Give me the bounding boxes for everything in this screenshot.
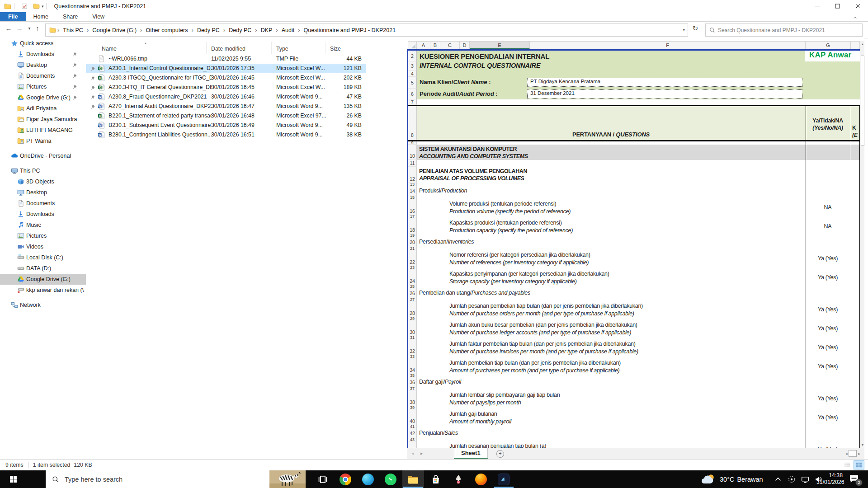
taskbar-app-task-view[interactable] — [312, 470, 334, 488]
sidebar-item-label: Documents — [26, 70, 55, 81]
scroll-up-icon[interactable]: ▲ — [860, 42, 864, 46]
thumbnail-view-button[interactable] — [854, 460, 864, 469]
breadcrumb-item-dedy-pc[interactable]: Dedy PC — [194, 27, 222, 33]
sidebar-item-pictures[interactable]: Pictures — [0, 230, 86, 241]
tab-view[interactable]: View — [85, 12, 112, 21]
refresh-icon[interactable]: ↻ — [690, 24, 701, 35]
preview-horizontal-scrollbar[interactable]: ◂ ▸ — [844, 450, 862, 457]
sidebar-item-data-d[interactable]: DATA (D:) — [0, 263, 86, 274]
up-icon[interactable]: ↑ — [33, 24, 42, 32]
sidebar-item-pictures[interactable]: Pictures — [0, 81, 86, 92]
scrollbar-thumb[interactable] — [849, 450, 857, 457]
add-sheet-icon[interactable]: + — [496, 450, 504, 458]
file-row[interactable]: WA230.8_Fraud Questionnaire_DKP202130/01… — [86, 92, 366, 102]
sidebar-item-network[interactable]: Network — [0, 300, 86, 310]
scroll-left-icon[interactable]: ◂ — [845, 451, 848, 456]
file-row[interactable]: XA230.1_Internal Control Questionnaire_D… — [86, 64, 366, 73]
sidebar-item-google-drive-g[interactable]: Google Drive (G:) — [0, 92, 86, 103]
qat-customize-caret-icon[interactable]: ▾ — [42, 4, 44, 9]
scrollbar-thumb[interactable] — [861, 56, 864, 146]
breadcrumb-item-audit[interactable]: Audit — [279, 27, 297, 33]
row-number: 30 — [408, 320, 417, 336]
sidebar-item-videos[interactable]: Videos — [0, 241, 86, 252]
column-header-name[interactable]: ▴Name — [86, 42, 207, 54]
sidebar-item-google-drive-g[interactable]: Google Drive (G:) — [0, 274, 86, 285]
file-row[interactable]: XB220.1_Statement of related party trans… — [86, 111, 366, 121]
chevron-up-icon[interactable] — [774, 475, 782, 483]
forward-icon[interactable]: → — [14, 24, 24, 32]
taskbar-search-box[interactable]: Type here to search — [46, 470, 306, 488]
sidebar-item-kkp-anwar-dan-rekan-1[interactable]: kkp anwar dan rekan (\\1 — [0, 285, 86, 296]
sidebar-item-music[interactable]: Music — [0, 220, 86, 230]
weather-widget[interactable]: 30°C Berawan — [701, 470, 763, 488]
file-row[interactable]: WB230.1_Subsequent Event Questionnaire_.… — [86, 121, 366, 130]
network-icon[interactable] — [801, 475, 809, 483]
details-view-button[interactable] — [842, 460, 853, 469]
back-icon[interactable]: ← — [4, 24, 14, 32]
tab-home[interactable]: Home — [26, 12, 56, 21]
column-header-date-modified[interactable]: Date modified — [207, 42, 272, 54]
column-header-size[interactable]: Size — [326, 42, 366, 54]
start-button[interactable] — [0, 470, 26, 488]
sidebar-item-this-pc[interactable]: This PC — [0, 165, 86, 176]
column-header-type[interactable]: Type — [272, 42, 326, 54]
taskbar-app-media-app[interactable] — [448, 470, 469, 488]
breadcrumb-item-dkp[interactable]: DKP — [258, 27, 275, 33]
ribbon-collapse-icon[interactable] — [853, 14, 857, 22]
tab-share[interactable]: Share — [56, 12, 85, 21]
sidebar-item-documents[interactable]: Documents — [0, 70, 86, 81]
sheet-prev-icon[interactable]: ◂ — [411, 450, 414, 456]
file-row[interactable]: XA230.3-ITQ_IT General Questionnaire_DK.… — [86, 83, 366, 92]
sidebar-item-downloads[interactable]: Downloads — [0, 209, 86, 220]
breadcrumb-item-questionnaire-and-pmpj-dkp2021[interactable]: Questionnaire and PMPJ - DKP2021 — [301, 27, 399, 33]
sidebar-item-desktop[interactable]: Desktop — [0, 187, 86, 198]
qat-properties-icon[interactable] — [20, 2, 28, 10]
file-row[interactable]: ~WRL0066.tmp11/02/2025 9:55TMP File44 KB — [86, 54, 366, 64]
scroll-down-icon[interactable]: ▼ — [860, 443, 864, 446]
action-center-icon[interactable]: 2 — [849, 474, 861, 485]
sidebar-item-adi-priyatna[interactable]: Adi Priyatna — [0, 103, 86, 114]
file-row[interactable]: WB280.1_Contingent Liabilities Questionn… — [86, 130, 366, 140]
sidebar-item-luthfi-magang[interactable]: LUTHFI MAGANG — [0, 125, 86, 136]
taskbar-clock[interactable]: 14:38 31/01/2026 — [816, 472, 843, 486]
sidebar-item-label: Music — [26, 220, 41, 230]
sidebar-item-label: OneDrive - Personal — [20, 150, 71, 161]
zebra-image[interactable] — [269, 470, 306, 488]
minimize-button[interactable] — [807, 0, 827, 12]
taskbar-app-file-explorer[interactable] — [402, 470, 424, 488]
file-row[interactable]: XA230.3-ITGCQ_Questionnaire for ITGC_DK.… — [86, 73, 366, 83]
sidebar-item-local-disk-c[interactable]: Local Disk (C:) — [0, 252, 86, 263]
file-row[interactable]: WA270_Internal Audit Questionnaire_DKP2.… — [86, 102, 366, 111]
preview-vertical-scrollbar[interactable]: ▲ ▼ — [860, 41, 864, 448]
taskbar-app-edge[interactable] — [357, 470, 379, 488]
tab-file[interactable]: File — [0, 12, 26, 21]
breadcrumb-item-dedy-pc[interactable]: Dedy PC — [226, 27, 254, 33]
address-dropdown-icon[interactable]: ▾ — [683, 28, 685, 32]
sheet-next-icon[interactable]: ▸ — [420, 450, 423, 456]
qat-new-folder-icon[interactable] — [32, 2, 40, 10]
file-excel-icon: X — [98, 65, 105, 72]
breadcrumb-item-this-pc[interactable]: This PC — [60, 27, 85, 33]
taskbar-app-design-app[interactable] — [493, 470, 514, 488]
sidebar-item-figar-jaya-samudra[interactable]: Figar Jaya Samudra — [0, 114, 86, 125]
taskbar-app-whatsapp[interactable] — [380, 470, 401, 488]
taskbar-app-microsoft-store[interactable] — [425, 470, 447, 488]
breadcrumb-item-google-drive-g[interactable]: Google Drive (G:) — [90, 27, 139, 33]
close-button[interactable] — [848, 0, 868, 12]
taskbar-app-chrome[interactable] — [335, 470, 356, 488]
address-bar[interactable]: ›This PC›Google Drive (G:)›Other compute… — [45, 23, 688, 37]
sidebar-item-downloads[interactable]: Downloads — [0, 49, 86, 60]
scroll-right-icon[interactable]: ▸ — [858, 451, 860, 456]
sidebar-item-quick-access[interactable]: Quick access — [0, 38, 86, 49]
explorer-search-box[interactable]: Search Questionnaire and PMPJ - DKP2021 — [705, 23, 863, 37]
sidebar-item-pt-warna[interactable]: PT Warna — [0, 136, 86, 146]
breadcrumb-item-other-computers[interactable]: Other computers — [143, 27, 190, 33]
sidebar-item-documents[interactable]: Documents — [0, 198, 86, 209]
sidebar-item-3d-objects[interactable]: 3D Objects — [0, 176, 86, 187]
sidebar-item-desktop[interactable]: Desktop — [0, 60, 86, 70]
taskbar-app-firefox[interactable] — [470, 470, 492, 488]
maximize-button[interactable] — [827, 0, 848, 12]
sidebar-item-onedrive-personal[interactable]: OneDrive - Personal — [0, 150, 86, 161]
meet-now-icon[interactable] — [788, 475, 796, 483]
sheet-tab-sheet1[interactable]: Sheet1 — [454, 448, 488, 459]
